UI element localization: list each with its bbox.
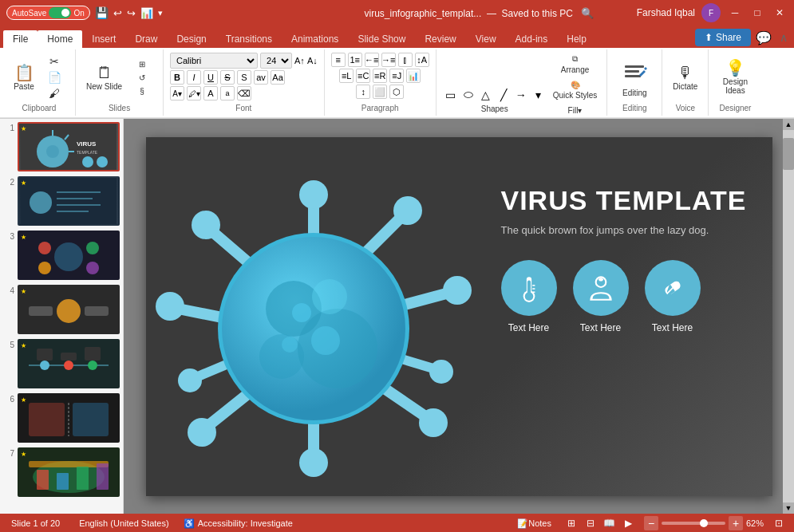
align-left-button[interactable]: ≡L [339, 69, 354, 83]
tab-view[interactable]: View [466, 30, 506, 48]
scroll-up-button[interactable]: ▲ [783, 119, 794, 130]
zoom-in-button[interactable]: + [729, 516, 743, 530]
redo-icon[interactable]: ↪ [127, 7, 136, 19]
slideshow-button[interactable]: ▶ [620, 516, 638, 530]
font-size-decrease-icon[interactable]: A↓ [307, 56, 318, 65]
format-painter-button[interactable]: 🖌 [40, 86, 69, 100]
tab-draw[interactable]: Draw [125, 30, 167, 48]
autosave-toggle[interactable] [49, 7, 71, 18]
char-spacing-button[interactable]: av [254, 70, 268, 85]
justify-button[interactable]: ≡J [389, 69, 404, 83]
tab-transitions[interactable]: Transitions [216, 30, 282, 48]
paste-button[interactable]: 📋 Paste [10, 62, 38, 93]
slide-thumbnail-7[interactable]: ★ [18, 447, 120, 497]
align-right-button[interactable]: ≡R [373, 69, 387, 83]
align-text-button[interactable]: ⬜ [373, 85, 387, 99]
decrease-indent-button[interactable]: ←≡ [365, 53, 379, 67]
line-spacing-button[interactable]: ↕ [356, 85, 370, 99]
tab-addins[interactable]: Add-ins [506, 30, 558, 48]
shape-arrow[interactable]: → [513, 87, 529, 103]
change-case-button[interactable]: Aa [271, 70, 285, 85]
align-center-button[interactable]: ≡C [356, 69, 370, 83]
smart-art-button[interactable]: 📊 [406, 69, 421, 83]
close-button[interactable]: ✕ [772, 5, 788, 21]
zoom-out-button[interactable]: − [644, 516, 658, 530]
tab-slideshow[interactable]: Slide Show [348, 30, 415, 48]
font-size-select[interactable]: 24 [260, 53, 292, 69]
notes-button[interactable]: 📝 Notes [512, 516, 556, 530]
arrange-button[interactable]: ⧉ Arrange [550, 53, 601, 76]
minimize-button[interactable]: ─ [727, 5, 743, 21]
dictate-button[interactable]: 🎙 Dictate [669, 62, 701, 93]
share-button[interactable]: ⬆ Share [695, 29, 751, 46]
zoom-slider[interactable] [662, 522, 725, 525]
scroll-down-button[interactable]: ▼ [783, 502, 794, 514]
tab-animations[interactable]: Animations [282, 30, 348, 48]
slide-thumbnail-4[interactable]: ★ [18, 285, 120, 334]
shape-triangle[interactable]: △ [478, 87, 494, 103]
strikethrough-button[interactable]: S [220, 70, 235, 85]
tab-design[interactable]: Design [167, 30, 215, 48]
list-item[interactable]: 4 ★ [3, 285, 120, 334]
cut-button[interactable]: ✂ [40, 54, 69, 69]
numbering-button[interactable]: 1≡ [348, 53, 362, 67]
layout-button[interactable]: ⊞ [128, 58, 156, 70]
slide-sorter-button[interactable]: ⊟ [582, 516, 599, 530]
shape-rectangle[interactable]: ▭ [443, 87, 459, 103]
clear-formatting-button[interactable]: ⌫ [237, 86, 251, 100]
scroll-thumb[interactable] [783, 138, 794, 170]
slide-thumbnail-1[interactable]: VIRUS TEMPLATE ★ [18, 122, 120, 171]
zoom-thumb[interactable] [700, 519, 708, 527]
font-size-small-a[interactable]: a [220, 86, 235, 100]
tab-help[interactable]: Help [557, 30, 596, 48]
convert-smartart-button[interactable]: ⬡ [389, 85, 404, 99]
columns-button[interactable]: ⫿ [398, 53, 413, 67]
font-size-increase-icon[interactable]: A↑ [294, 56, 305, 65]
language-button[interactable]: English (United States) [74, 516, 174, 530]
tab-insert[interactable]: Insert [82, 30, 125, 48]
reset-button[interactable]: ↺ [128, 72, 156, 84]
font-family-select[interactable]: Calibri [170, 53, 258, 69]
design-ideas-button[interactable]: 💡 Design Ideas [715, 57, 755, 97]
font-highlight-button[interactable]: 🖊▾ [187, 86, 201, 100]
shape-more[interactable]: ▾ [531, 87, 547, 103]
bold-button[interactable]: B [170, 70, 184, 85]
shape-line[interactable]: ╱ [496, 87, 512, 103]
list-item[interactable]: 1 VIRUS TEMPLATE ★ [3, 122, 120, 171]
maximize-button[interactable]: □ [749, 5, 765, 21]
list-item[interactable]: 7 ★ [3, 447, 120, 497]
tab-review[interactable]: Review [415, 30, 465, 48]
search-icon[interactable]: 🔍 [581, 7, 594, 19]
collapse-ribbon-button[interactable]: ∧ [776, 31, 791, 44]
text-direction-button[interactable]: ↕A [415, 53, 429, 67]
list-item[interactable]: 3 ★ [3, 231, 120, 280]
list-item[interactable]: 6 ★ [3, 393, 120, 443]
font-color-button[interactable]: A▾ [170, 86, 184, 100]
tab-home[interactable]: Home [38, 30, 82, 48]
font-size-row-a[interactable]: A [203, 86, 218, 100]
vertical-scrollbar[interactable]: ▲ ▼ [783, 119, 794, 514]
slide-thumbnail-2[interactable]: ★ [18, 176, 120, 226]
save-icon[interactable]: 💾 [95, 6, 109, 19]
slide-thumbnail-5[interactable]: ★ [18, 339, 120, 388]
increase-indent-button[interactable]: →≡ [381, 53, 396, 67]
comments-icon[interactable]: 💬 [756, 30, 772, 45]
italic-button[interactable]: I [187, 70, 201, 85]
copy-button[interactable]: 📄 [40, 70, 69, 85]
slide-thumbnail-6[interactable]: ★ [18, 393, 120, 443]
bullets-button[interactable]: ≡ [331, 53, 346, 67]
customize-icon[interactable]: ▾ [158, 8, 163, 18]
section-button[interactable]: § [128, 85, 156, 97]
list-item[interactable]: 5 ★ [3, 339, 120, 388]
slide-thumbnail-3[interactable]: ★ [18, 231, 120, 280]
accessibility-button[interactable]: ♿ Accessibility: Investigate [184, 518, 293, 529]
underline-button[interactable]: U [203, 70, 218, 85]
editing-button[interactable]: Editing [614, 53, 655, 102]
fit-to-window-button[interactable]: ⊡ [770, 516, 788, 530]
shape-oval[interactable]: ⬭ [460, 87, 476, 103]
quick-styles-button[interactable]: 🎨 Quick Styles [550, 79, 601, 101]
new-slide-button[interactable]: 🗒 New Slide [82, 62, 126, 93]
reading-view-button[interactable]: 📖 [601, 516, 618, 530]
undo-icon[interactable]: ↩ [113, 7, 122, 19]
normal-view-button[interactable]: ⊞ [563, 516, 580, 530]
